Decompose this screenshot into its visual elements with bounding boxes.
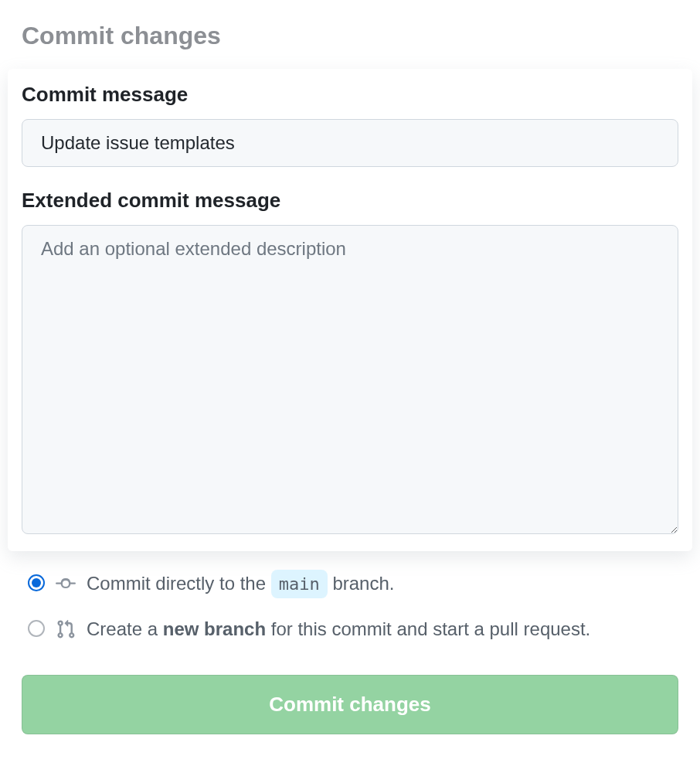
commit-message-label: Commit message [22,83,678,107]
option-direct-suffix: branch. [332,573,394,594]
option-newbranch-suffix: for this commit and start a pull request… [271,618,591,639]
extended-message-textarea[interactable] [22,225,678,534]
option-commit-direct-text: Commit directly to the main branch. [87,570,672,598]
extended-message-label: Extended commit message [22,189,678,213]
option-new-branch[interactable]: Create a new branch for this commit and … [28,615,672,647]
page-title: Commit changes [22,22,678,50]
option-newbranch-bold: new branch [163,618,266,639]
option-newbranch-prefix: Create a [87,618,163,639]
branch-options: Commit directly to the main branch. Crea… [22,570,678,647]
option-direct-prefix: Commit directly to the [87,573,271,594]
git-pull-request-icon [56,619,76,647]
branch-name-pill: main [271,570,328,598]
commit-message-input[interactable] [22,119,678,167]
commit-changes-button[interactable]: Commit changes [22,675,678,734]
radio-new-branch[interactable] [28,620,45,637]
option-new-branch-text: Create a new branch for this commit and … [87,615,672,643]
radio-commit-direct[interactable] [28,574,45,591]
git-commit-icon [56,574,76,601]
commit-message-card: Commit message Extended commit message [8,69,692,551]
option-commit-direct[interactable]: Commit directly to the main branch. [28,570,672,601]
